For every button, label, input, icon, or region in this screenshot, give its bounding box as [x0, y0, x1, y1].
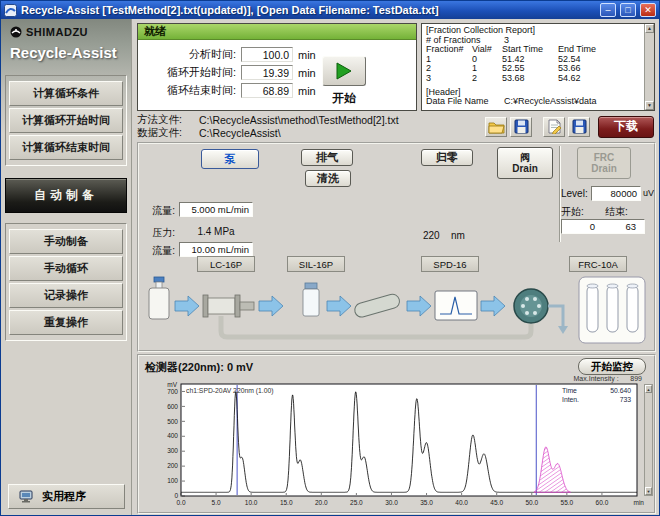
auto-prep-button[interactable]: 自动制备 [5, 178, 127, 213]
svg-text:700: 700 [167, 388, 178, 395]
calc-end-time-button[interactable]: 计算循环结束时间 [9, 135, 123, 160]
valve-drain-button[interactable]: 阀 Drain [497, 147, 553, 179]
level-field[interactable]: 80000 [591, 186, 641, 201]
manual-cycle-button[interactable]: 手动循环 [9, 256, 123, 281]
scroll-down-icon[interactable]: ▼ [645, 101, 654, 110]
svg-text:Time: Time [562, 387, 577, 394]
svg-text:15.0: 15.0 [280, 499, 293, 506]
chart-scrollbar[interactable]: ▲ ▼ [644, 384, 653, 496]
flow-arrow-icon [481, 296, 505, 316]
detector-panel: 检测器(220nm): 0 mV 开始监控 Max.Intensity : 89… [137, 354, 656, 514]
svg-text:min: min [634, 499, 645, 506]
flow2-field[interactable]: 10.00 mL/min [179, 242, 253, 257]
play-icon [336, 62, 352, 80]
start-button[interactable] [322, 56, 366, 86]
analysis-time-unit: min [298, 49, 316, 61]
purge-button[interactable]: 排气 [301, 149, 353, 166]
manual-prep-button[interactable]: 手动制备 [9, 229, 123, 254]
svg-text:300: 300 [167, 447, 178, 454]
cycle-end-field[interactable]: 68.89 [241, 83, 293, 98]
autosampler-vial-icon [303, 283, 319, 316]
report-scrollbar[interactable]: ▲ ▼ [644, 24, 654, 110]
maximize-button[interactable]: □ [620, 3, 636, 17]
frc-drain-button[interactable]: FRC Drain [577, 147, 631, 179]
svg-text:20.0: 20.0 [315, 499, 328, 506]
report-row: 3 2 53.68 54.62 [426, 74, 642, 84]
cycle-start-field[interactable]: 19.39 [241, 65, 293, 80]
fraction-report-panel[interactable]: [Fraction Collection Report] # of Fracti… [421, 23, 655, 111]
utility-button[interactable]: 实用程序 [8, 484, 125, 509]
level-unit: uV [643, 188, 654, 198]
flow-arrow-icon [327, 296, 351, 316]
minimize-button[interactable]: – [600, 3, 616, 17]
calc-conditions-button[interactable]: 计算循环条件 [9, 81, 123, 106]
scroll-up-icon[interactable]: ▲ [645, 385, 652, 393]
start-button-label: 开始 [318, 90, 370, 107]
range-values-field[interactable]: 063 [561, 219, 645, 234]
instrument-spd16: SPD-16 [421, 256, 479, 272]
utility-label: 实用程序 [42, 489, 86, 504]
scroll-up-icon[interactable]: ▲ [645, 24, 654, 33]
cycle-start-unit: min [298, 67, 316, 79]
close-button[interactable]: ✕ [640, 3, 656, 17]
flow1-field[interactable]: 5.000 mL/min [179, 202, 253, 217]
svg-text:25.0: 25.0 [350, 499, 363, 506]
instrument-lc16p: LC-16P [197, 256, 255, 272]
svg-text:50.640: 50.640 [610, 387, 631, 394]
flow2-label: 流量: [139, 244, 175, 258]
wavelength-value: 220 [423, 230, 440, 241]
folder-open-icon [488, 120, 505, 134]
save-as-icon [572, 119, 587, 134]
file-bar: 方法文件: C:\RecycleAssist\method\TestMethod… [137, 112, 656, 141]
col-fraction: Fraction# [426, 45, 472, 55]
recycle-valve-icon [514, 289, 548, 323]
pressure-value: 1.4 MPa [179, 226, 253, 237]
calc-start-time-button[interactable]: 计算循环开始时间 [9, 108, 123, 133]
report-row: 2 1 52.55 53.66 [426, 64, 642, 74]
range-start-value: 0 [562, 221, 603, 232]
cycle-start-row: 循环开始时间: 19.39 min [144, 65, 316, 80]
cycle-start-label: 循环开始时间: [144, 65, 236, 80]
scroll-down-icon[interactable]: ▼ [645, 487, 652, 495]
svg-text:ch1:SPD-20AV 220nm (1.00): ch1:SPD-20AV 220nm (1.00) [186, 387, 274, 395]
svg-text:600: 600 [167, 403, 178, 410]
titlebar: Recycle-Assist [TestMethod[2].txt(update… [1, 1, 659, 19]
data-file-label: 数据文件: [137, 126, 199, 140]
flow-arrow-icon [407, 296, 431, 316]
start-monitor-button[interactable]: 开始监控 [578, 358, 646, 375]
svg-text:5.0: 5.0 [212, 499, 221, 506]
analysis-time-label: 分析时间: [144, 47, 236, 62]
repeat-operation-button[interactable]: 重复操作 [9, 310, 123, 335]
method-file-row: 方法文件: C:\RecycleAssist\method\TestMethod… [137, 114, 482, 127]
app-name: Recycle-Assist [1, 38, 131, 69]
flow-schematic [139, 274, 653, 348]
download-button[interactable]: 下载 [598, 116, 654, 138]
svg-text:400: 400 [167, 432, 178, 439]
rinse-button[interactable]: 清洗 [305, 170, 351, 187]
data-file-row: Data File Name C:¥RecycleAssist¥data [426, 97, 642, 107]
save-method-button[interactable] [510, 117, 532, 137]
svg-text:500: 500 [167, 418, 178, 425]
edit-data-file-button[interactable] [543, 117, 565, 137]
data-file-value: C:\RecycleAssist\ [199, 127, 281, 139]
data-file-label: Data File Name [426, 97, 504, 107]
instrument-sil16p: SIL-16P [287, 256, 345, 272]
zero-button[interactable]: 归零 [421, 149, 473, 166]
manual-group: 手动制备 手动循环 记录操作 重复操作 [5, 223, 127, 341]
app-icon [4, 4, 17, 17]
analysis-time-field[interactable]: 100.0 [241, 47, 293, 62]
record-operation-button[interactable]: 记录操作 [9, 283, 123, 308]
pump-button[interactable]: 泵 [201, 149, 259, 169]
open-method-button[interactable] [485, 117, 507, 137]
analysis-time-row: 分析时间: 100.0 min [144, 47, 316, 62]
svg-text:10.0: 10.0 [245, 499, 258, 506]
pump-icon [203, 295, 254, 317]
flow-arrow-icon [175, 296, 199, 316]
save-data-file-button[interactable] [568, 117, 590, 137]
brand-area: SHIMADZU [1, 19, 131, 38]
instrument-frc10a: FRC-10A [569, 256, 627, 272]
file-paths: 方法文件: C:\RecycleAssist\method\TestMethod… [137, 114, 482, 140]
window-title: Recycle-Assist [TestMethod[2].txt(update… [21, 4, 596, 16]
detector-icon [435, 291, 477, 320]
svg-text:733: 733 [620, 396, 632, 403]
